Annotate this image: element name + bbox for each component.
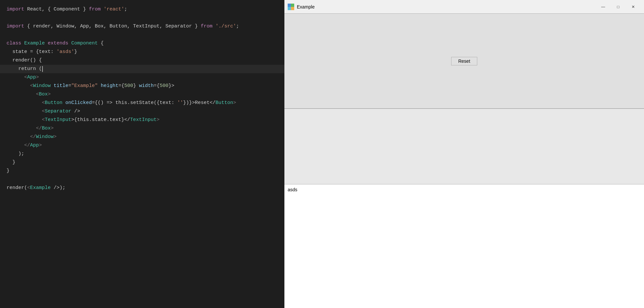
code-line: </Window> — [0, 133, 284, 141]
code-line: state = {text: 'asds'} — [0, 48, 284, 56]
window-content: Reset asds — [284, 14, 644, 308]
code-line: ); — [0, 150, 284, 158]
title-bar: Example — □ ✕ — [284, 0, 644, 14]
maximize-button[interactable]: □ — [611, 0, 626, 14]
reset-button[interactable]: Reset — [451, 57, 477, 65]
window-controls: — □ ✕ — [596, 0, 641, 14]
code-line: class Example extends Component { — [0, 39, 284, 48]
minimize-button[interactable]: — — [596, 0, 611, 14]
close-button[interactable]: ✕ — [626, 0, 641, 14]
code-line — [0, 31, 284, 39]
code-line: return ( — [0, 65, 284, 73]
code-line: <Separator /> — [0, 107, 284, 116]
code-line: </Box> — [0, 124, 284, 133]
code-line — [0, 175, 284, 184]
window-title: Example — [297, 4, 596, 9]
code-line: render(<Example />); — [0, 184, 284, 192]
code-line: render() { — [0, 56, 284, 65]
code-line: } — [0, 167, 284, 175]
code-line: <Box> — [0, 90, 284, 99]
code-editor: import React, { Component } from 'react'… — [0, 0, 284, 308]
code-line: <App> — [0, 73, 284, 82]
code-line: <TextInput>{this.state.text}</TextInput> — [0, 116, 284, 124]
app-icon — [288, 4, 294, 10]
svg-rect-3 — [291, 7, 294, 10]
code-line: <Window title="Example" height={500} wid… — [0, 82, 284, 90]
app-window: Example — □ ✕ Reset asds — [284, 0, 644, 308]
svg-rect-2 — [288, 7, 291, 10]
code-line: <Button onClicked={() => this.setState({… — [0, 99, 284, 107]
code-line: import React, { Component } from 'react'… — [0, 5, 284, 14]
code-line — [0, 14, 284, 22]
code-line: </App> — [0, 141, 284, 150]
svg-rect-1 — [291, 4, 294, 7]
code-line: } — [0, 158, 284, 167]
text-input-display[interactable]: asds — [284, 184, 644, 308]
svg-rect-0 — [288, 4, 291, 7]
middle-area — [284, 109, 644, 184]
code-line: import { render, Window, App, Box, Butto… — [0, 22, 284, 31]
button-area: Reset — [284, 14, 644, 109]
